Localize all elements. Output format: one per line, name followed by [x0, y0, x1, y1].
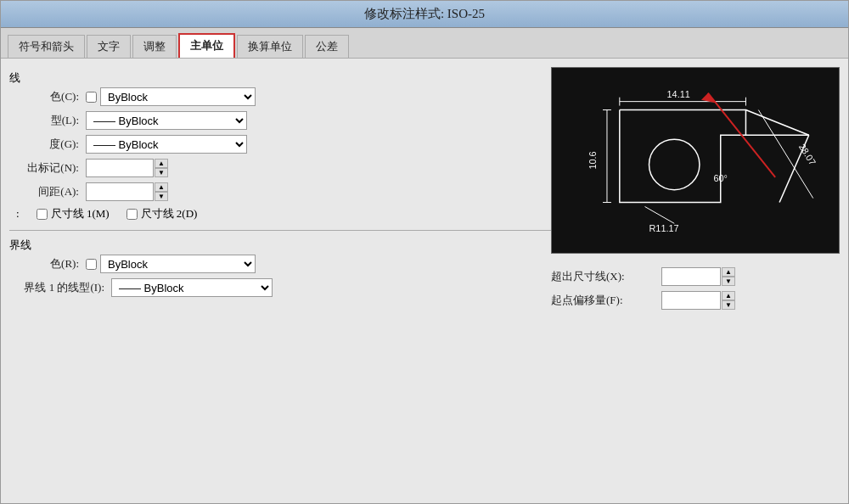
origin-control: 0.625 ▲ ▼: [661, 291, 735, 310]
extcolor-control: ByBlock: [86, 255, 256, 273]
color-control: ByBlock: [86, 87, 256, 106]
spacing-control: 3.75 ▲ ▼: [86, 182, 256, 201]
lineweight-label: 度(G):: [9, 137, 86, 152]
tab-primary-units[interactable]: 主单位: [178, 33, 235, 58]
mark-label: 出标记(N):: [9, 160, 86, 176]
exceed-row: 超出尺寸线(X): 1.25 ▲ ▼: [551, 267, 840, 286]
title-bar: 修改标注样式: ISO-25: [1, 1, 848, 28]
left-panel: 线 色(C): ByBlock 型(L):: [9, 67, 551, 495]
spacing-spin-up[interactable]: ▲: [155, 182, 168, 192]
spacing-row: 间距(A): 3.75 ▲ ▼: [9, 182, 551, 201]
lineweight-row: 度(G): —— ByBlock: [9, 135, 551, 154]
extline-section-label: 界线: [9, 238, 551, 253]
extcolor-row: 色(R): ByBlock: [9, 255, 551, 273]
exceed-label: 超出尺寸线(X):: [551, 269, 661, 284]
spacing-input[interactable]: 3.75: [86, 182, 154, 201]
line-section-label: 线: [9, 70, 551, 86]
linetype-row: 型(L): —— ByBlock: [9, 111, 551, 130]
tab-adjust[interactable]: 调整: [132, 35, 177, 58]
dialog: 修改标注样式: ISO-25 符号和箭头 文字 调整 主单位 换算单位 公差 线: [0, 0, 849, 504]
suppress2-item: 尺寸线 2(D): [127, 206, 198, 221]
mark-input[interactable]: 0: [86, 159, 154, 177]
spacing-label: 间距(A):: [9, 184, 86, 199]
lineweight-control: —— ByBlock: [86, 135, 256, 154]
preview-svg: 14.11 10.6 28.07: [552, 68, 839, 253]
content-area: 线 色(C): ByBlock 型(L):: [1, 59, 848, 503]
mark-spin-up[interactable]: ▲: [155, 159, 168, 168]
mark-row: 出标记(N): 0 ▲ ▼: [9, 159, 551, 177]
tabs-row: 符号和箭头 文字 调整 主单位 换算单位 公差: [1, 28, 848, 59]
origin-input[interactable]: 0.625: [661, 291, 721, 310]
divider: [9, 230, 551, 231]
extline1-row: 界线 1 的线型(I): —— ByBlock: [9, 278, 551, 297]
mark-spinners: ▲ ▼: [155, 159, 168, 177]
spacing-spin-down[interactable]: ▼: [155, 192, 168, 201]
spacing-spinners: ▲ ▼: [155, 182, 168, 201]
tab-tolerances[interactable]: 公差: [305, 35, 349, 58]
origin-spin-up[interactable]: ▲: [722, 291, 735, 300]
svg-text:R11.17: R11.17: [649, 223, 679, 233]
extcolor-checkbox[interactable]: [86, 259, 97, 270]
origin-spin-down[interactable]: ▼: [722, 300, 735, 310]
exceed-spin-up[interactable]: ▲: [722, 267, 735, 277]
color-label: 色(C):: [9, 89, 86, 104]
mark-spin-down[interactable]: ▼: [155, 168, 168, 177]
suppress1-item: 尺寸线 1(M): [37, 206, 110, 221]
extline1-select[interactable]: —— ByBlock: [111, 278, 273, 297]
tab-text[interactable]: 文字: [87, 35, 131, 58]
color-select[interactable]: ByBlock: [100, 87, 256, 106]
lineweight-select[interactable]: —— ByBlock: [86, 135, 247, 154]
right-panel: 14.11 10.6 28.07: [551, 67, 840, 495]
suppress2-checkbox[interactable]: [127, 209, 138, 220]
tab-symbols-arrows[interactable]: 符号和箭头: [8, 35, 85, 58]
suppress1-checkbox[interactable]: [37, 209, 48, 220]
exceed-input[interactable]: 1.25: [661, 267, 721, 286]
exceed-spinners: ▲ ▼: [722, 267, 735, 286]
tab-alternate-units[interactable]: 换算单位: [237, 35, 303, 58]
cad-preview: 14.11 10.6 28.07: [551, 67, 840, 254]
exceed-spin-down[interactable]: ▼: [722, 277, 735, 286]
extline1-control: —— ByBlock: [111, 278, 281, 297]
linetype-control: —— ByBlock: [86, 111, 256, 130]
linetype-select[interactable]: —— ByBlock: [86, 111, 247, 130]
origin-label: 起点偏移量(F):: [551, 293, 661, 308]
dialog-title: 修改标注样式: ISO-25: [364, 7, 485, 20]
color-checkbox[interactable]: [86, 92, 97, 103]
exceed-control: 1.25 ▲ ▼: [661, 267, 735, 286]
origin-row: 起点偏移量(F): 0.625 ▲ ▼: [551, 291, 840, 310]
color-row: 色(C): ByBlock: [9, 87, 551, 106]
mark-control: 0 ▲ ▼: [86, 159, 256, 177]
suppress2-label: 尺寸线 2(D): [141, 206, 198, 221]
svg-text:60°: 60°: [713, 173, 727, 183]
extcolor-select[interactable]: ByBlock: [100, 255, 256, 273]
extcolor-label: 色(R):: [9, 256, 86, 272]
svg-text:10.6: 10.6: [588, 151, 598, 169]
suppress1-label: 尺寸线 1(M): [51, 206, 110, 221]
suppress-row: : 尺寸线 1(M) 尺寸线 2(D): [16, 206, 551, 221]
linetype-label: 型(L):: [9, 113, 86, 128]
extline1-label: 界线 1 的线型(I):: [9, 280, 111, 295]
svg-text:14.11: 14.11: [667, 89, 690, 99]
origin-spinners: ▲ ▼: [722, 291, 735, 310]
suppress-colon: :: [16, 207, 20, 221]
